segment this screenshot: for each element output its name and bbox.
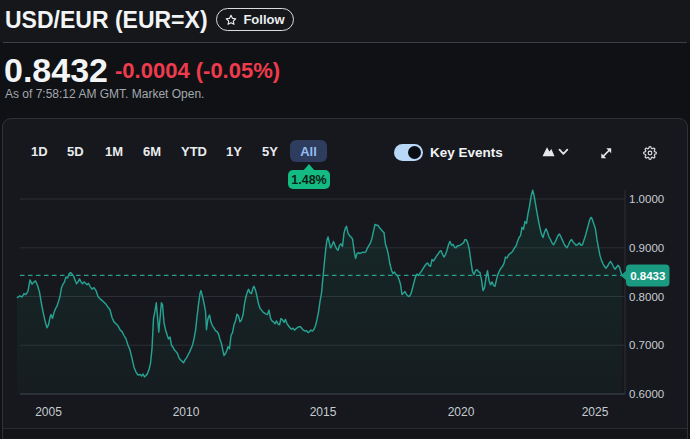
svg-text:0.8433: 0.8433 [630, 270, 665, 282]
svg-text:0.7000: 0.7000 [629, 339, 664, 351]
svg-text:2015: 2015 [310, 405, 337, 419]
svg-text:2025: 2025 [582, 405, 609, 419]
svg-text:0.8000: 0.8000 [629, 291, 664, 303]
svg-text:0.6000: 0.6000 [629, 388, 664, 400]
svg-text:2010: 2010 [173, 405, 200, 419]
svg-text:2020: 2020 [448, 405, 475, 419]
svg-text:1.0000: 1.0000 [629, 193, 664, 205]
svg-text:2005: 2005 [35, 405, 62, 419]
svg-text:0.9000: 0.9000 [629, 242, 664, 254]
